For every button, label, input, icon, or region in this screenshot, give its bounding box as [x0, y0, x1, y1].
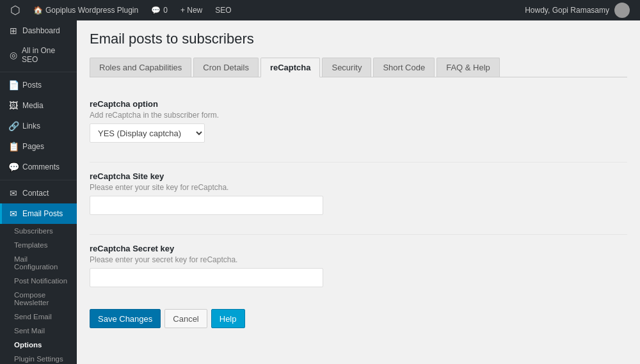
- tab-faq[interactable]: FAQ & Help: [436, 58, 500, 77]
- recaptcha-option-desc: Add reCaptcha in the subscriber form.: [90, 111, 627, 120]
- submenu-sent-mail[interactable]: Sent Mail: [0, 324, 77, 338]
- sidebar-item-comments[interactable]: 💬 Comments: [0, 157, 77, 177]
- site-name-label: Gopiplus Wordpress Plugin: [45, 6, 138, 15]
- site-key-row: reCaptcha Site key Please enter your sit…: [90, 162, 627, 224]
- site-name-button[interactable]: 🏠 Gopiplus Wordpress Plugin: [28, 0, 143, 20]
- form-content: reCaptcha option Add reCaptcha in the su…: [90, 90, 627, 328]
- submenu-send-email[interactable]: Send Email: [0, 310, 77, 324]
- sidebar-item-links[interactable]: 🔗 Links: [0, 116, 77, 136]
- pages-icon: 📋: [8, 141, 19, 152]
- sidebar-item-dashboard[interactable]: ⊞ Dashboard: [0, 20, 77, 41]
- email-posts-icon: ✉: [8, 209, 19, 219]
- form-buttons: Save Changes Cancel Help: [90, 309, 627, 328]
- help-button[interactable]: Help: [211, 309, 245, 328]
- posts-icon: 📄: [8, 80, 19, 90]
- recaptcha-option-label: reCaptcha option: [90, 99, 627, 109]
- secret-key-row: reCaptcha Secret key Please enter your s…: [90, 234, 627, 296]
- comments-sidebar-icon: 💬: [8, 162, 19, 172]
- seo-button[interactable]: SEO: [210, 0, 236, 20]
- page-title: Email posts to subscribers: [90, 31, 627, 47]
- submenu-compose-newsletter[interactable]: Compose Newsletter: [0, 288, 77, 310]
- save-changes-button[interactable]: Save Changes: [90, 309, 161, 328]
- sidebar-label-links: Links: [22, 122, 40, 131]
- secret-key-label: reCaptcha Secret key: [90, 244, 627, 253]
- home-icon: 🏠: [33, 6, 43, 15]
- comments-count: 0: [163, 6, 168, 15]
- site-key-label: reCaptcha Site key: [90, 171, 627, 181]
- tab-recaptcha[interactable]: reCaptcha: [260, 58, 321, 77]
- new-content-button[interactable]: + New: [175, 0, 207, 20]
- wp-logo-button[interactable]: ⬡: [5, 0, 26, 20]
- sidebar-label-pages: Pages: [22, 142, 44, 151]
- wp-logo-icon: ⬡: [10, 3, 20, 17]
- secret-key-desc: Please enter your secret key for reCaptc…: [90, 255, 627, 264]
- recaptcha-option-row: reCaptcha option Add reCaptcha in the su…: [90, 90, 627, 152]
- secret-key-input[interactable]: [90, 268, 323, 287]
- admin-bar: ⬡ 🏠 Gopiplus Wordpress Plugin 💬 0 + New …: [0, 0, 640, 20]
- submenu-subscribers[interactable]: Subscribers: [0, 224, 77, 238]
- comments-button[interactable]: 💬 0: [146, 0, 173, 20]
- submenu-mail-configuration[interactable]: Mail Configuration: [0, 252, 77, 274]
- sidebar-label-email-posts: Email Posts: [22, 209, 63, 218]
- submenu-post-notification[interactable]: Post Notification: [0, 274, 77, 288]
- seo-icon: ◎: [8, 50, 18, 60]
- tab-shortcode[interactable]: Short Code: [373, 58, 435, 77]
- site-key-input[interactable]: [90, 196, 323, 215]
- sidebar-label-contact: Contact: [22, 189, 49, 198]
- sidebar-item-all-in-one-seo[interactable]: ◎ All in One SEO: [0, 41, 77, 69]
- sidebar-item-email-posts[interactable]: ✉ Email Posts: [0, 203, 77, 224]
- tab-bar: Roles and Capabilities Cron Details reCa…: [90, 58, 627, 77]
- sidebar-label-media: Media: [22, 101, 44, 110]
- tab-roles[interactable]: Roles and Capabilities: [90, 58, 191, 77]
- recaptcha-option-select[interactable]: YES (Display captcha) NO (Hide captcha): [90, 123, 205, 143]
- avatar: [614, 3, 630, 18]
- cancel-button[interactable]: Cancel: [164, 309, 207, 328]
- sidebar-item-contact[interactable]: ✉ Contact: [0, 183, 77, 203]
- contact-icon: ✉: [8, 188, 19, 198]
- media-icon: 🖼: [8, 100, 19, 111]
- sidebar-item-posts[interactable]: 📄 Posts: [0, 75, 77, 95]
- sidebar-label-comments: Comments: [22, 162, 60, 171]
- links-icon: 🔗: [8, 121, 19, 131]
- new-label: + New: [180, 6, 202, 15]
- submenu-plugin-settings[interactable]: Plugin Settings: [0, 352, 77, 364]
- sidebar: ⊞ Dashboard ◎ All in One SEO 📄 Posts 🖼 M…: [0, 20, 77, 364]
- howdy-text: Howdy, Gopi Ramasamy: [525, 6, 609, 15]
- seo-label: SEO: [215, 6, 231, 15]
- tab-security[interactable]: Security: [322, 58, 371, 77]
- sidebar-item-media[interactable]: 🖼 Media: [0, 95, 77, 116]
- dashboard-icon: ⊞: [8, 26, 19, 36]
- comments-icon: 💬: [151, 6, 161, 15]
- tab-cron[interactable]: Cron Details: [193, 58, 259, 77]
- sidebar-label-seo: All in One SEO: [22, 46, 70, 64]
- sidebar-label-dashboard: Dashboard: [22, 26, 60, 35]
- site-key-desc: Please enter your site key for reCaptcha…: [90, 183, 627, 192]
- submenu-templates[interactable]: Templates: [0, 238, 77, 252]
- sidebar-label-posts: Posts: [22, 81, 42, 90]
- submenu-options[interactable]: Options: [0, 338, 77, 352]
- sidebar-item-pages[interactable]: 📋 Pages: [0, 136, 77, 157]
